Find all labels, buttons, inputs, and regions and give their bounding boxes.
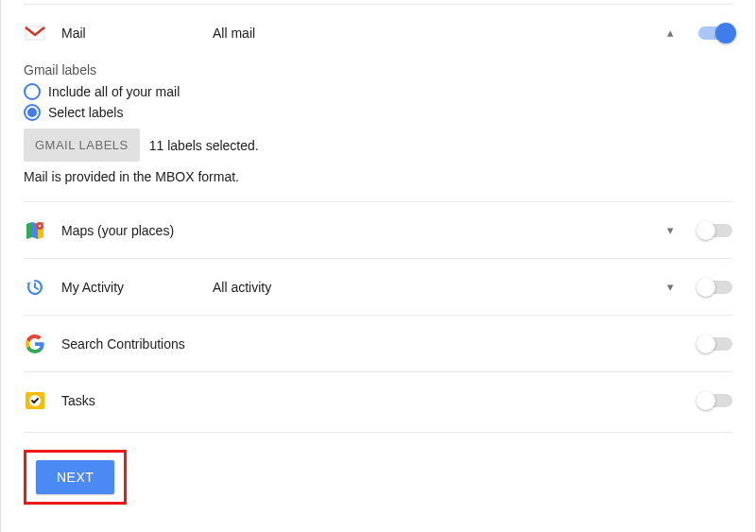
mail-icon — [24, 22, 61, 44]
product-name-activity: My Activity — [61, 280, 213, 295]
product-row-tasks: Tasks — [24, 371, 732, 428]
activity-icon — [24, 276, 61, 299]
radio-icon — [24, 104, 41, 121]
radio-select-labels-label: Select labels — [48, 105, 123, 120]
product-option-activity: All activity — [213, 280, 657, 295]
svg-marker-7 — [26, 282, 31, 284]
gmail-labels-button[interactable]: GMAIL LABELS — [24, 129, 140, 162]
radio-icon — [24, 83, 41, 100]
product-name-mail: Mail — [61, 26, 213, 41]
product-row-activity: My Activity All activity ▾ — [24, 258, 732, 315]
toggle-tasks[interactable] — [698, 394, 732, 407]
product-row-search: Search Contributions — [24, 315, 732, 371]
toggle-maps[interactable] — [698, 224, 732, 237]
expand-activity[interactable]: ▾ — [657, 280, 683, 294]
chevron-up-icon: ▴ — [667, 26, 674, 40]
svg-marker-2 — [26, 222, 32, 239]
next-button-highlight: NEXT — [24, 450, 127, 505]
collapse-mail[interactable]: ▴ — [657, 26, 683, 40]
product-option-mail: All mail — [213, 26, 657, 41]
google-icon — [24, 333, 61, 355]
product-name-maps: Maps (your places) — [61, 223, 174, 238]
radio-select-labels[interactable]: Select labels — [24, 104, 732, 121]
next-button[interactable]: NEXT — [36, 460, 114, 494]
maps-icon — [24, 219, 61, 242]
tasks-icon — [24, 389, 61, 412]
toggle-search[interactable] — [698, 337, 732, 351]
chevron-down-icon: ▾ — [667, 223, 674, 237]
radio-include-all[interactable]: Include all of your mail — [24, 83, 732, 100]
chevron-down-icon: ▾ — [667, 280, 674, 294]
product-name-tasks: Tasks — [61, 393, 213, 408]
gmail-labels-heading: Gmail labels — [24, 62, 732, 77]
toggle-mail[interactable] — [698, 26, 732, 40]
product-row-maps: Maps (your places) ▾ — [24, 201, 732, 258]
footer: NEXT — [24, 433, 732, 522]
mail-format-note: Mail is provided in the MBOX format. — [24, 169, 732, 192]
toggle-activity[interactable] — [698, 281, 732, 294]
labels-selected-count: 11 labels selected. — [149, 138, 259, 153]
takeout-panel: Mail All mail ▴ Gmail labels Include all… — [0, 0, 756, 532]
product-row-mail: Mail All mail ▴ — [24, 4, 732, 60]
mail-details: Gmail labels Include all of your mail Se… — [24, 60, 732, 201]
radio-include-all-label: Include all of your mail — [48, 84, 180, 99]
product-name-search: Search Contributions — [61, 336, 185, 352]
svg-point-6 — [39, 224, 41, 226]
labels-row: GMAIL LABELS 11 labels selected. — [24, 129, 732, 162]
expand-maps[interactable]: ▾ — [657, 223, 683, 237]
